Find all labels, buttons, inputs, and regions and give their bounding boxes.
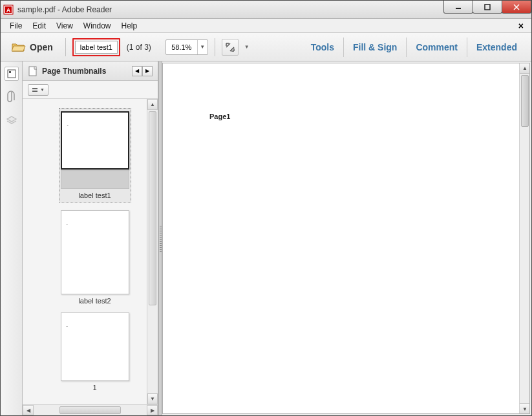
zoom-select[interactable]: ▼ (165, 39, 208, 55)
svg-text:A: A (6, 7, 11, 14)
layers-tab-icon[interactable] (5, 113, 19, 127)
thumbnails-scrollbar-horizontal[interactable]: ◀ ▶ (23, 404, 158, 415)
app-icon: A (3, 5, 14, 15)
page-icon (28, 66, 38, 76)
thumbnails-list: - label test1 - label test2 - 1 ▲ ▼ (23, 99, 158, 404)
svg-rect-4 (485, 5, 490, 10)
extended-link[interactable]: Extended (467, 38, 526, 56)
menu-window[interactable]: Window (78, 20, 116, 32)
menu-view[interactable]: View (51, 20, 78, 32)
menu-file[interactable]: File (5, 20, 27, 32)
scroll-up-icon[interactable]: ▲ (147, 99, 158, 110)
tools-link[interactable]: Tools (302, 38, 343, 56)
thumb-mini-text: - (67, 123, 69, 127)
chevron-down-icon[interactable]: ▼ (197, 40, 207, 54)
thumbnails-tab-icon[interactable] (5, 67, 19, 81)
document-close-button[interactable]: × (515, 21, 527, 31)
thumbnails-title: Page Thumbnails (42, 67, 106, 76)
menu-help[interactable]: Help (116, 20, 143, 32)
close-button[interactable] (502, 1, 531, 14)
scroll-up-icon[interactable]: ▲ (520, 63, 530, 74)
scroll-down-icon[interactable]: ▼ (520, 403, 530, 414)
titlebar: A sample.pdf - Adobe Reader (1, 1, 531, 19)
thumb-mini-text: - (67, 221, 68, 226)
thumbnail-item[interactable]: - label test2 (59, 210, 131, 305)
thumbnails-header: Page Thumbnails ◀ ▶ (23, 61, 158, 81)
document-scrollbar-vertical[interactable]: ▲ ▼ (519, 63, 530, 414)
menu-edit[interactable]: Edit (27, 20, 51, 32)
page-number-highlight (72, 38, 120, 56)
zoom-input[interactable] (166, 41, 197, 54)
thumb-prev-button[interactable]: ◀ (132, 66, 142, 76)
thumb-next-button[interactable]: ▶ (142, 66, 153, 76)
folder-open-icon (12, 42, 26, 52)
thumbnail-item[interactable]: - label test1 (59, 108, 131, 203)
page-count-label: (1 of 3) (127, 43, 151, 52)
separator (215, 38, 215, 56)
scroll-left-icon[interactable]: ◀ (23, 405, 34, 415)
fill-sign-link[interactable]: Fill & Sign (344, 38, 406, 56)
minimize-button[interactable] (443, 1, 473, 14)
thumbnail-item[interactable]: - 1 (59, 312, 131, 391)
thumbnail-label: label test2 (78, 297, 111, 305)
page-number-input[interactable] (75, 41, 118, 54)
fit-diagonal-icon (225, 42, 235, 52)
svg-rect-10 (32, 88, 37, 89)
svg-rect-9 (29, 67, 36, 76)
document-view[interactable]: Page1 ▲ ▼ (162, 63, 530, 414)
thumbnails-options-dropdown[interactable]: ▼ (28, 84, 48, 96)
thumbnails-options-bar: ▼ (23, 81, 158, 99)
scroll-down-icon[interactable]: ▼ (147, 393, 158, 404)
scroll-right-icon[interactable]: ▶ (147, 405, 158, 415)
svg-rect-8 (9, 71, 11, 73)
left-rail (1, 61, 23, 415)
maximize-button[interactable] (473, 1, 502, 14)
thumbnail-label: 1 (92, 384, 96, 391)
thumb-mini-text: - (67, 323, 68, 328)
open-button[interactable]: Open (6, 38, 59, 57)
fit-page-button[interactable] (222, 39, 239, 56)
fit-dropdown[interactable]: ▼ (242, 44, 251, 50)
menubar: File Edit View Window Help × (1, 19, 531, 33)
thumbnails-panel: Page Thumbnails ◀ ▶ ▼ - label test1 (23, 61, 158, 415)
separator (65, 38, 66, 56)
svg-rect-7 (8, 70, 16, 78)
thumbnail-label: label test1 (78, 192, 111, 199)
page-content-text: Page1 (209, 113, 230, 120)
open-label: Open (30, 42, 53, 52)
toolbar: Open (1 of 3) ▼ ▼ Tools Fill & Sign Comm… (1, 33, 531, 61)
comment-link[interactable]: Comment (407, 38, 467, 56)
svg-rect-11 (32, 91, 37, 92)
thumbnails-scrollbar-vertical[interactable]: ▲ ▼ (147, 99, 158, 404)
attachments-tab-icon[interactable] (5, 90, 19, 104)
window-title: sample.pdf - Adobe Reader (17, 5, 112, 14)
